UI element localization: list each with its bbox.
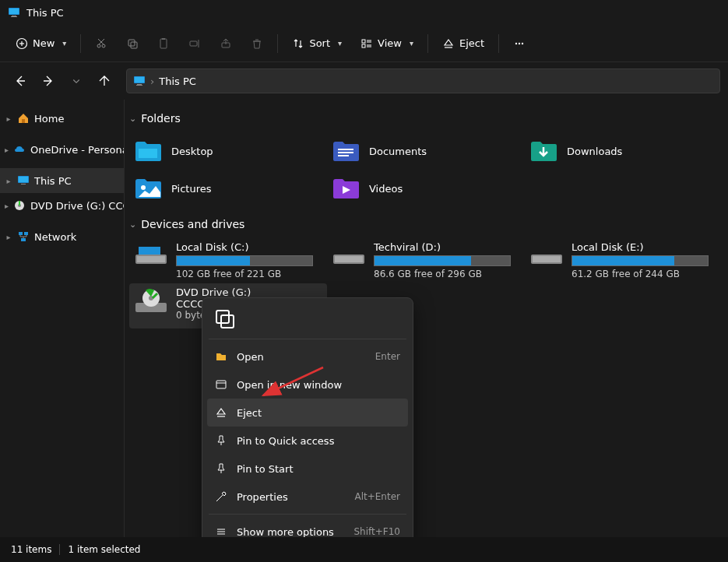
sidebar-item-home[interactable]: ▸ Home [0, 106, 124, 131]
pc-icon [17, 174, 30, 187]
folder-videos[interactable]: Videos [327, 170, 525, 207]
pin-icon [215, 434, 227, 447]
recent-button[interactable] [64, 68, 89, 93]
sidebar-item-network[interactable]: ▸ Network [0, 224, 124, 249]
svg-rect-43 [338, 152, 353, 153]
navbar: › This PC [0, 62, 728, 100]
sidebar-item-label: This PC [34, 175, 72, 187]
svg-rect-18 [362, 40, 365, 43]
context-properties[interactable]: Properties Alt+Enter [207, 483, 408, 511]
section-devices[interactable]: ⌄ Devices and drives [129, 218, 728, 230]
context-label: Pin to Start [237, 463, 400, 475]
folder-open-icon [215, 350, 227, 363]
svg-rect-48 [139, 247, 149, 255]
arrow-up-icon [98, 75, 111, 87]
svg-rect-59 [216, 381, 226, 388]
context-eject[interactable]: Eject [207, 399, 408, 427]
folders-grid: Desktop Documents Downloads Pictures Vid… [129, 132, 728, 207]
pc-icon [133, 75, 146, 87]
sort-button[interactable]: Sort [284, 33, 350, 54]
folder-icon [529, 137, 557, 165]
drive-sub: 86.6 GB free of 296 GB [374, 269, 511, 279]
new-label: New [33, 37, 55, 49]
drive-label: DVD Drive (G:) [176, 286, 313, 298]
view-button[interactable]: View [353, 33, 421, 54]
up-button[interactable] [92, 68, 117, 93]
delete-button[interactable] [243, 33, 271, 54]
svg-rect-2 [12, 16, 16, 16]
folder-desktop[interactable]: Desktop [129, 132, 327, 170]
cut-button[interactable] [87, 33, 115, 54]
more-button[interactable] [505, 33, 533, 54]
content: ⌄ Folders Desktop Documents Downloads Pi… [125, 100, 728, 537]
folder-downloads[interactable]: Downloads [525, 132, 723, 170]
menu-icon [215, 525, 227, 537]
copy-button[interactable] [118, 33, 146, 54]
separator [80, 34, 81, 53]
drive-sub: 102 GB free of 221 GB [176, 269, 313, 279]
sidebar-item-onedrive[interactable]: ▸ OneDrive - Personal [0, 137, 124, 162]
drive-techviral-d[interactable]: Techviral (D:) 86.6 GB free of 296 GB [327, 238, 525, 283]
scissors-icon [95, 37, 107, 50]
eject-icon [215, 406, 227, 419]
cloud-icon [13, 143, 26, 156]
trash-icon [251, 37, 263, 50]
folder-pictures[interactable]: Pictures [129, 170, 327, 207]
separator [277, 34, 278, 53]
svg-rect-30 [137, 84, 142, 85]
eject-icon [442, 37, 455, 50]
paste-button[interactable] [149, 33, 178, 54]
usage-bar [176, 255, 313, 266]
section-folders[interactable]: ⌄ Folders [129, 112, 728, 125]
main: ▸ Home ▸ OneDrive - Personal ▸ This PC ▸… [0, 100, 728, 537]
sidebar-item-this-pc[interactable]: ▸ This PC [0, 168, 124, 193]
drive-icon [134, 241, 168, 269]
context-label: Pin to Quick access [237, 435, 400, 447]
svg-rect-12 [131, 42, 137, 48]
share-button[interactable] [212, 33, 240, 54]
separator [59, 544, 60, 555]
svg-rect-34 [19, 177, 28, 182]
sidebar-item-dvd[interactable]: ▸ DVD Drive (G:) CCCC [0, 193, 124, 218]
breadcrumb-location[interactable]: This PC [159, 76, 196, 87]
drive-label: Techviral (D:) [374, 241, 511, 253]
context-pin-start[interactable]: Pin to Start [207, 455, 408, 483]
drive-local-e[interactable]: Local Disk (E:) 61.2 GB free of 244 GB [525, 238, 723, 283]
context-open-new-window[interactable]: Open in new window [207, 371, 408, 399]
usage-bar [571, 255, 709, 266]
context-shortcut: Enter [375, 351, 400, 362]
address-bar[interactable]: › This PC [126, 68, 720, 93]
toolbar: New Sort View Eject [0, 25, 728, 62]
context-show-more[interactable]: Show more options Shift+F10 [207, 518, 408, 537]
svg-rect-40 [21, 238, 26, 241]
svg-point-8 [102, 44, 105, 47]
svg-rect-35 [21, 184, 26, 184]
forward-button[interactable] [36, 68, 61, 93]
eject-button[interactable]: Eject [434, 33, 492, 54]
context-label: Open in new window [237, 379, 400, 391]
chevron-right-icon: ▸ [5, 177, 12, 185]
svg-rect-3 [11, 16, 17, 17]
chevron-right-icon: ▸ [5, 202, 9, 210]
folder-label: Videos [369, 183, 403, 195]
copy-icon [212, 306, 237, 331]
pin-icon [215, 462, 227, 475]
folder-label: Downloads [567, 146, 622, 157]
context-shortcut: Shift+F10 [353, 526, 400, 537]
back-button[interactable] [8, 68, 33, 93]
folder-icon [332, 174, 360, 202]
context-pin-quick-access[interactable]: Pin to Quick access [207, 427, 408, 455]
rename-button[interactable] [181, 33, 209, 54]
context-copy-button[interactable] [212, 306, 237, 331]
window-icon [215, 378, 227, 391]
context-label: Open [237, 351, 366, 363]
context-open[interactable]: Open Enter [207, 342, 408, 371]
separator [209, 339, 406, 339]
new-button[interactable]: New [8, 33, 74, 54]
titlebar: This PC [0, 0, 728, 25]
folder-documents[interactable]: Documents [327, 132, 525, 170]
folder-icon [134, 137, 162, 165]
drive-sub: 61.2 GB free of 244 GB [571, 269, 709, 279]
sidebar: ▸ Home ▸ OneDrive - Personal ▸ This PC ▸… [0, 100, 125, 537]
drive-local-c[interactable]: Local Disk (C:) 102 GB free of 221 GB [129, 238, 327, 283]
